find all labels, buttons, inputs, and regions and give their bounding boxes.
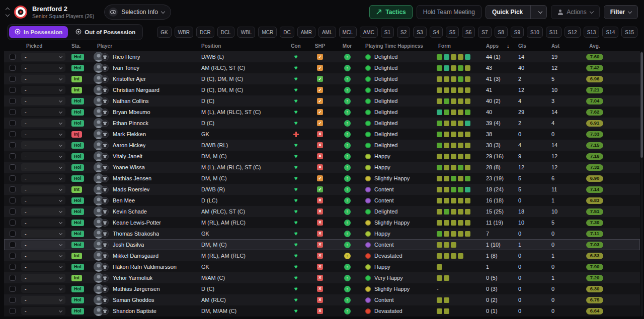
selection-info-dropdown[interactable]: Selection Info	[104, 5, 171, 20]
table-row[interactable]: - Hol Keane Lewis-Potter M (RL), AM (RLC…	[4, 217, 640, 228]
table-row[interactable]: - Hol Ethan Pinnock D (C) Delighted 39 (…	[4, 118, 640, 129]
player-name[interactable]: Josh Dasilva	[113, 242, 144, 248]
picked-dropdown[interactable]: -	[21, 219, 65, 227]
player-name[interactable]: Shandon Baptiste	[113, 308, 156, 314]
position-filter-mcl[interactable]: MCL	[339, 27, 357, 38]
row-checkbox[interactable]	[10, 308, 16, 314]
column-header-assists[interactable]: Ast	[551, 43, 580, 49]
picked-dropdown[interactable]: -	[21, 141, 65, 149]
player-name[interactable]: Christian Nørgaard	[113, 87, 159, 93]
position-filter-s9[interactable]: S9	[511, 27, 524, 38]
table-row[interactable]: - Inj Mark Flekken GK Delighted 38 0 0 7…	[4, 129, 640, 140]
column-header-picked[interactable]: Picked	[21, 43, 71, 49]
picked-dropdown[interactable]: -	[21, 53, 65, 61]
player-name[interactable]: Ben Mee	[113, 197, 135, 203]
table-row[interactable]: - Int Mikkel Damsgaard M (RL), AM (RLC) …	[4, 250, 640, 261]
picked-dropdown[interactable]: -	[21, 196, 65, 204]
row-checkbox[interactable]	[10, 286, 16, 292]
player-name[interactable]: Mads Roerslev	[113, 186, 149, 192]
table-row[interactable]: - Hol Shandon Baptiste DM, M/AM (C) Deva…	[4, 305, 640, 316]
position-filter-s15[interactable]: S15	[621, 27, 637, 38]
row-checkbox[interactable]	[10, 253, 16, 259]
table-row[interactable]: - Hol Kevin Schade AM (RLC), ST (C) Deli…	[4, 206, 640, 217]
column-header-form[interactable]: Form	[435, 43, 486, 49]
position-filter-s1[interactable]: S1	[381, 27, 394, 38]
player-name[interactable]: Vitaly Janelt	[113, 153, 142, 159]
row-checkbox[interactable]	[10, 153, 16, 159]
position-filter-dc[interactable]: DC	[280, 27, 294, 38]
quick-pick-button[interactable]: Quick Pick	[486, 5, 547, 19]
player-name[interactable]: Nathan Collins	[113, 98, 149, 104]
column-header-condition[interactable]: Con	[285, 43, 307, 49]
table-row[interactable]: - Hol Mathias Jørgensen D (C) Slightly H…	[4, 283, 640, 294]
row-checkbox[interactable]	[10, 197, 16, 203]
player-name[interactable]: Mathias Jørgensen	[113, 286, 160, 292]
position-filter-aml[interactable]: AML	[318, 27, 336, 38]
position-filter-s12[interactable]: S12	[565, 27, 581, 38]
picked-dropdown[interactable]: -	[21, 86, 65, 94]
position-filter-s8[interactable]: S8	[495, 27, 508, 38]
position-filter-s3[interactable]: S3	[413, 27, 426, 38]
picked-dropdown[interactable]: -	[21, 119, 65, 127]
column-header-morale[interactable]: Mor	[333, 43, 361, 49]
player-name[interactable]: Ethan Pinnock	[113, 120, 148, 126]
position-filter-amr[interactable]: AMR	[297, 27, 315, 38]
tab-out-of-possession[interactable]: Out of Possession	[70, 26, 141, 38]
table-row[interactable]: - Int Yehor Yarmoliuk M/AM (C) Very Happ…	[4, 272, 640, 283]
player-name[interactable]: Rico Henry	[113, 54, 140, 60]
hold-team-meeting-button[interactable]: Hold Team Meeting	[417, 5, 481, 19]
table-row[interactable]: - Hol Thomas Strakosha GK Happy 7 0 0 7.…	[4, 228, 640, 239]
picked-dropdown[interactable]: -	[21, 307, 65, 315]
next-page-button[interactable]	[6, 14, 9, 17]
player-name[interactable]: Kevin Schade	[113, 208, 147, 215]
player-name[interactable]: Aaron Hickey	[113, 142, 145, 148]
table-row[interactable]: - Hol Yoane Wissa M (L), AM (RLC), ST (C…	[4, 162, 640, 173]
scrollbar-track[interactable]	[640, 51, 643, 316]
row-checkbox[interactable]	[10, 264, 16, 270]
row-checkbox[interactable]	[10, 54, 16, 60]
row-checkbox[interactable]	[10, 109, 16, 115]
row-checkbox[interactable]	[10, 120, 16, 126]
position-filter-wbr[interactable]: WBR	[175, 27, 193, 38]
table-row[interactable]: - Int Christian Nørgaard D (C), DM, M (C…	[4, 84, 640, 95]
player-name[interactable]: Yoane Wissa	[113, 164, 145, 170]
picked-dropdown[interactable]: -	[21, 285, 65, 293]
table-row[interactable]: - Hol Ivan Toney AM (RLC), ST (C) Deligh…	[4, 62, 640, 73]
column-header-happiness[interactable]: Playing Time Happiness	[361, 43, 435, 49]
position-filter-s4[interactable]: S4	[430, 27, 443, 38]
column-header-sharpness[interactable]: SHP	[307, 43, 333, 49]
position-filter-mcr[interactable]: MCR	[258, 27, 277, 38]
player-name[interactable]: Thomas Strakosha	[113, 231, 159, 237]
player-name[interactable]: Yehor Yarmoliuk	[113, 275, 152, 281]
row-checkbox[interactable]	[10, 208, 16, 215]
position-filter-s7[interactable]: S7	[478, 27, 491, 38]
picked-dropdown[interactable]: -	[21, 252, 65, 260]
column-header-player[interactable]: Player	[94, 43, 201, 49]
row-checkbox[interactable]	[10, 76, 16, 82]
row-checkbox[interactable]	[10, 186, 16, 192]
position-filter-s5[interactable]: S5	[446, 27, 459, 38]
position-filter-amc[interactable]: AMC	[360, 27, 378, 38]
position-filter-wbl[interactable]: WBL	[237, 27, 256, 38]
position-filter-gk[interactable]: GK	[157, 27, 171, 38]
position-filter-s2[interactable]: S2	[397, 27, 410, 38]
player-name[interactable]: Hákon Rafn Valdimarsson	[113, 264, 177, 270]
row-checkbox[interactable]	[10, 164, 16, 170]
table-row[interactable]: - Hol Nathan Collins D (C) Delighted 40 …	[4, 95, 640, 107]
previous-page-button[interactable]	[6, 8, 9, 11]
column-header-apps[interactable]: Apps ↓	[486, 43, 518, 49]
picked-dropdown[interactable]: -	[21, 296, 65, 304]
row-checkbox[interactable]	[10, 231, 16, 237]
position-filter-s11[interactable]: S11	[546, 27, 561, 38]
table-row[interactable]: - Hol Josh Dasilva DM, M (C) Content 1 (…	[4, 239, 640, 250]
position-filter-s13[interactable]: S13	[584, 27, 600, 38]
table-row[interactable]: - Hol Aaron Hickey D/WB (RL) Delighted 3…	[4, 140, 640, 151]
picked-dropdown[interactable]: -	[21, 274, 65, 282]
picked-dropdown[interactable]: -	[21, 97, 65, 105]
table-row[interactable]: - Int Mads Roerslev D/WB (R) Content 18 …	[4, 184, 640, 195]
quick-pick-menu-button[interactable]	[534, 11, 546, 13]
row-checkbox[interactable]	[10, 175, 16, 181]
player-name[interactable]: Bryan Mbeumo	[113, 109, 150, 115]
picked-dropdown[interactable]: -	[21, 75, 65, 83]
club-crest-icon[interactable]	[14, 6, 27, 19]
